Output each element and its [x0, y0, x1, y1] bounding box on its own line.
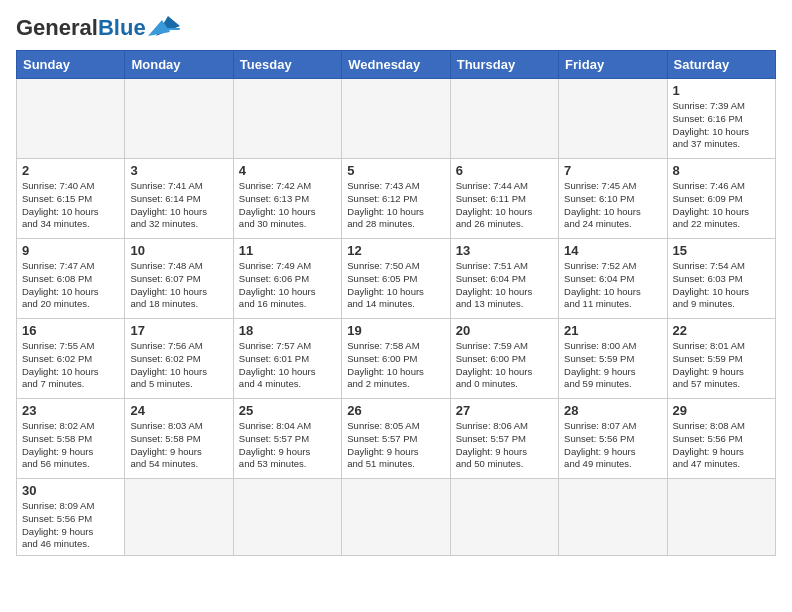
calendar-cell: 1Sunrise: 7:39 AM Sunset: 6:16 PM Daylig… [667, 79, 775, 159]
calendar-cell: 7Sunrise: 7:45 AM Sunset: 6:10 PM Daylig… [559, 159, 667, 239]
day-info: Sunrise: 8:03 AM Sunset: 5:58 PM Dayligh… [130, 420, 227, 471]
weekday-header-friday: Friday [559, 51, 667, 79]
calendar-cell: 22Sunrise: 8:01 AM Sunset: 5:59 PM Dayli… [667, 319, 775, 399]
day-info: Sunrise: 7:52 AM Sunset: 6:04 PM Dayligh… [564, 260, 661, 311]
weekday-header-thursday: Thursday [450, 51, 558, 79]
day-info: Sunrise: 7:56 AM Sunset: 6:02 PM Dayligh… [130, 340, 227, 391]
day-number: 21 [564, 323, 661, 338]
calendar-row: 2Sunrise: 7:40 AM Sunset: 6:15 PM Daylig… [17, 159, 776, 239]
calendar-cell: 30Sunrise: 8:09 AM Sunset: 5:56 PM Dayli… [17, 479, 125, 556]
logo-blue: Blue [98, 15, 146, 40]
day-number: 3 [130, 163, 227, 178]
day-number: 30 [22, 483, 119, 498]
calendar-cell [342, 79, 450, 159]
day-number: 17 [130, 323, 227, 338]
day-info: Sunrise: 7:55 AM Sunset: 6:02 PM Dayligh… [22, 340, 119, 391]
calendar-cell: 25Sunrise: 8:04 AM Sunset: 5:57 PM Dayli… [233, 399, 341, 479]
day-number: 16 [22, 323, 119, 338]
day-info: Sunrise: 7:43 AM Sunset: 6:12 PM Dayligh… [347, 180, 444, 231]
calendar-cell: 6Sunrise: 7:44 AM Sunset: 6:11 PM Daylig… [450, 159, 558, 239]
day-number: 9 [22, 243, 119, 258]
calendar-cell: 10Sunrise: 7:48 AM Sunset: 6:07 PM Dayli… [125, 239, 233, 319]
calendar-cell [17, 79, 125, 159]
calendar-row: 23Sunrise: 8:02 AM Sunset: 5:58 PM Dayli… [17, 399, 776, 479]
day-info: Sunrise: 7:47 AM Sunset: 6:08 PM Dayligh… [22, 260, 119, 311]
calendar-cell [125, 479, 233, 556]
day-number: 14 [564, 243, 661, 258]
calendar-cell: 2Sunrise: 7:40 AM Sunset: 6:15 PM Daylig… [17, 159, 125, 239]
day-number: 10 [130, 243, 227, 258]
day-number: 8 [673, 163, 770, 178]
calendar-cell: 12Sunrise: 7:50 AM Sunset: 6:05 PM Dayli… [342, 239, 450, 319]
calendar-cell: 4Sunrise: 7:42 AM Sunset: 6:13 PM Daylig… [233, 159, 341, 239]
day-number: 11 [239, 243, 336, 258]
calendar-cell: 28Sunrise: 8:07 AM Sunset: 5:56 PM Dayli… [559, 399, 667, 479]
day-info: Sunrise: 7:51 AM Sunset: 6:04 PM Dayligh… [456, 260, 553, 311]
day-info: Sunrise: 7:49 AM Sunset: 6:06 PM Dayligh… [239, 260, 336, 311]
logo: GeneralBlue [16, 16, 184, 40]
day-info: Sunrise: 8:07 AM Sunset: 5:56 PM Dayligh… [564, 420, 661, 471]
day-number: 24 [130, 403, 227, 418]
day-number: 25 [239, 403, 336, 418]
calendar-cell: 27Sunrise: 8:06 AM Sunset: 5:57 PM Dayli… [450, 399, 558, 479]
svg-rect-2 [166, 28, 180, 30]
day-number: 23 [22, 403, 119, 418]
calendar-cell: 26Sunrise: 8:05 AM Sunset: 5:57 PM Dayli… [342, 399, 450, 479]
day-number: 13 [456, 243, 553, 258]
day-info: Sunrise: 7:46 AM Sunset: 6:09 PM Dayligh… [673, 180, 770, 231]
calendar-cell: 14Sunrise: 7:52 AM Sunset: 6:04 PM Dayli… [559, 239, 667, 319]
day-info: Sunrise: 7:39 AM Sunset: 6:16 PM Dayligh… [673, 100, 770, 151]
calendar-cell: 21Sunrise: 8:00 AM Sunset: 5:59 PM Dayli… [559, 319, 667, 399]
weekday-header-monday: Monday [125, 51, 233, 79]
day-info: Sunrise: 7:54 AM Sunset: 6:03 PM Dayligh… [673, 260, 770, 311]
page-header: GeneralBlue [16, 16, 776, 40]
logo-icon [148, 12, 184, 40]
calendar-cell: 3Sunrise: 7:41 AM Sunset: 6:14 PM Daylig… [125, 159, 233, 239]
day-info: Sunrise: 7:42 AM Sunset: 6:13 PM Dayligh… [239, 180, 336, 231]
calendar-row: 1Sunrise: 7:39 AM Sunset: 6:16 PM Daylig… [17, 79, 776, 159]
day-number: 5 [347, 163, 444, 178]
day-number: 19 [347, 323, 444, 338]
day-info: Sunrise: 8:05 AM Sunset: 5:57 PM Dayligh… [347, 420, 444, 471]
day-number: 4 [239, 163, 336, 178]
calendar-cell: 17Sunrise: 7:56 AM Sunset: 6:02 PM Dayli… [125, 319, 233, 399]
day-info: Sunrise: 7:58 AM Sunset: 6:00 PM Dayligh… [347, 340, 444, 391]
day-info: Sunrise: 7:50 AM Sunset: 6:05 PM Dayligh… [347, 260, 444, 311]
calendar-cell [233, 79, 341, 159]
day-number: 12 [347, 243, 444, 258]
day-number: 27 [456, 403, 553, 418]
calendar-row: 30Sunrise: 8:09 AM Sunset: 5:56 PM Dayli… [17, 479, 776, 556]
calendar-cell: 9Sunrise: 7:47 AM Sunset: 6:08 PM Daylig… [17, 239, 125, 319]
calendar-cell: 20Sunrise: 7:59 AM Sunset: 6:00 PM Dayli… [450, 319, 558, 399]
calendar-cell: 18Sunrise: 7:57 AM Sunset: 6:01 PM Dayli… [233, 319, 341, 399]
day-number: 28 [564, 403, 661, 418]
calendar-cell [559, 479, 667, 556]
weekday-header-row: SundayMondayTuesdayWednesdayThursdayFrid… [17, 51, 776, 79]
calendar-table: SundayMondayTuesdayWednesdayThursdayFrid… [16, 50, 776, 556]
weekday-header-saturday: Saturday [667, 51, 775, 79]
calendar-cell: 16Sunrise: 7:55 AM Sunset: 6:02 PM Dayli… [17, 319, 125, 399]
calendar-cell: 29Sunrise: 8:08 AM Sunset: 5:56 PM Dayli… [667, 399, 775, 479]
day-number: 1 [673, 83, 770, 98]
day-info: Sunrise: 7:57 AM Sunset: 6:01 PM Dayligh… [239, 340, 336, 391]
calendar-cell [125, 79, 233, 159]
calendar-cell: 23Sunrise: 8:02 AM Sunset: 5:58 PM Dayli… [17, 399, 125, 479]
calendar-cell: 5Sunrise: 7:43 AM Sunset: 6:12 PM Daylig… [342, 159, 450, 239]
weekday-header-tuesday: Tuesday [233, 51, 341, 79]
day-info: Sunrise: 7:45 AM Sunset: 6:10 PM Dayligh… [564, 180, 661, 231]
day-number: 22 [673, 323, 770, 338]
day-info: Sunrise: 7:41 AM Sunset: 6:14 PM Dayligh… [130, 180, 227, 231]
day-number: 29 [673, 403, 770, 418]
day-info: Sunrise: 7:48 AM Sunset: 6:07 PM Dayligh… [130, 260, 227, 311]
day-number: 18 [239, 323, 336, 338]
day-info: Sunrise: 7:59 AM Sunset: 6:00 PM Dayligh… [456, 340, 553, 391]
calendar-cell: 13Sunrise: 7:51 AM Sunset: 6:04 PM Dayli… [450, 239, 558, 319]
calendar-cell: 19Sunrise: 7:58 AM Sunset: 6:00 PM Dayli… [342, 319, 450, 399]
day-info: Sunrise: 8:08 AM Sunset: 5:56 PM Dayligh… [673, 420, 770, 471]
calendar-cell [233, 479, 341, 556]
day-number: 2 [22, 163, 119, 178]
calendar-cell: 15Sunrise: 7:54 AM Sunset: 6:03 PM Dayli… [667, 239, 775, 319]
day-info: Sunrise: 7:40 AM Sunset: 6:15 PM Dayligh… [22, 180, 119, 231]
day-number: 6 [456, 163, 553, 178]
logo-text: GeneralBlue [16, 17, 146, 39]
